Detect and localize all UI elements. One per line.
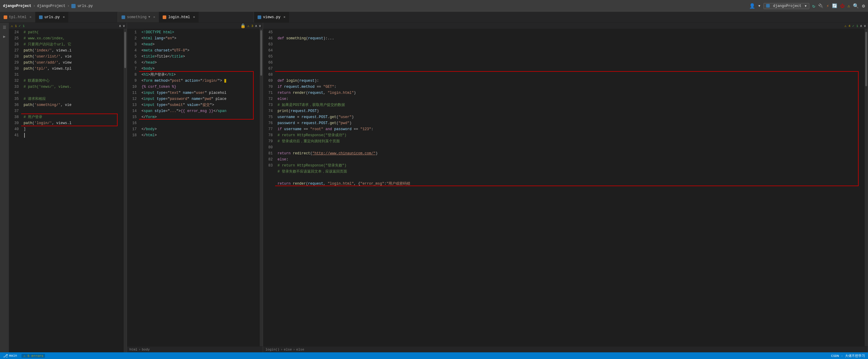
plugin-green-icon[interactable]: 🔌 bbox=[818, 3, 823, 8]
code-line: def login(request): bbox=[278, 78, 865, 84]
code-line: <input type="submit" value="提交"> bbox=[142, 102, 260, 108]
code-line bbox=[278, 29, 865, 35]
nav-down-left[interactable]: ∨ bbox=[123, 24, 125, 28]
status-attribution: CSDN · 大佬不想学习 bbox=[831, 354, 865, 358]
views-scrollbar[interactable] bbox=[865, 29, 868, 346]
breadcrumb-file[interactable]: urls.py bbox=[78, 4, 93, 8]
views-footer: login() › else › else bbox=[263, 346, 868, 352]
views-scrollbar-thumb[interactable] bbox=[865, 32, 867, 86]
person-icon[interactable]: 👤 bbox=[749, 3, 755, 9]
code-line: <body> bbox=[142, 66, 260, 72]
settings-icon[interactable]: ⚙ bbox=[862, 3, 865, 9]
close-views-py[interactable]: × bbox=[284, 16, 286, 19]
code-line: def something(request):... bbox=[278, 35, 865, 42]
panel-views: ⚠ 4 ✓ 1 ∧ ∨ 4546 6364656667 6869707172 7… bbox=[263, 23, 868, 352]
urls-line-numbers: 2425262728 2930313233 3435363738 394041 bbox=[9, 29, 21, 352]
urls-code-area[interactable]: 2425262728 2930313233 3435363738 394041 … bbox=[9, 29, 127, 352]
project-selector[interactable]: djangoProject ▼ bbox=[764, 3, 809, 9]
tab-urls-py[interactable]: urls.py × bbox=[35, 12, 69, 22]
code-line bbox=[24, 90, 124, 96]
close-tpl-html[interactable]: × bbox=[30, 16, 32, 19]
code-line: print(request.POST) bbox=[278, 108, 865, 114]
plugin-orange-icon[interactable]: ⚡ bbox=[826, 3, 829, 8]
code-line bbox=[278, 54, 865, 60]
code-line: </head> bbox=[142, 60, 260, 66]
status-bar: ⎇ main ⚠ 5 errors CSDN · 大佬不想学习 bbox=[0, 352, 868, 359]
urls-scrollbar-thumb[interactable] bbox=[124, 32, 126, 68]
panel-urls: ⚠ 1 ✓ 1 ∧ ∨ 2425262728 2930313233 343536… bbox=[9, 23, 127, 352]
status-branch[interactable]: ⎇ main bbox=[3, 353, 17, 358]
code-line bbox=[278, 42, 865, 48]
nav-up-left[interactable]: ∧ bbox=[119, 24, 121, 28]
close-something[interactable]: × bbox=[153, 16, 155, 19]
views-code[interactable]: 🔖 🔖 def something(request):... def login… bbox=[275, 29, 865, 346]
warning-icon[interactable]: ⚠ bbox=[847, 3, 850, 8]
code-line bbox=[278, 72, 865, 78]
tab-views-py[interactable]: views.py × bbox=[254, 12, 289, 22]
close-login-html[interactable]: × bbox=[193, 16, 195, 19]
code-line bbox=[24, 132, 124, 138]
code-line: # path('news/', views. bbox=[24, 84, 124, 90]
code-line: path('login/', views.l bbox=[24, 120, 124, 126]
sidebar-arrow-icon[interactable]: ▶ bbox=[1, 33, 8, 40]
code-line bbox=[278, 48, 865, 54]
nav-down-mid[interactable]: ∨ bbox=[259, 24, 261, 28]
breadcrumb-folder[interactable]: djangoProject bbox=[37, 4, 66, 8]
dropdown-icon[interactable]: ▼ bbox=[758, 4, 761, 8]
login-code[interactable]: <!DOCTYPE html> <html lang="en"> <head> … bbox=[139, 29, 260, 346]
nav-up-mid[interactable]: ∧ bbox=[255, 24, 257, 28]
nav-down-right[interactable]: ∨ bbox=[864, 24, 866, 28]
sidebar-menu-icon[interactable]: ☰ bbox=[1, 24, 8, 31]
login-line-numbers: 12345 678910 1112131415 161718 bbox=[127, 29, 139, 346]
warn-icon-mid: ⚠ 3 bbox=[247, 24, 253, 28]
editor-area: ☰ ▶ ⚠ 1 ✓ 1 ∧ ∨ 2425262728 2930313233 34… bbox=[0, 23, 868, 352]
code-line: # return HttpResponse("登录成功") bbox=[278, 132, 865, 138]
breadcrumb-project[interactable]: djangoProject bbox=[3, 4, 31, 8]
power-icon[interactable]: ⏻ bbox=[840, 4, 844, 8]
login-indicator: 🔒 ⚠ 3 ∧ ∨ bbox=[127, 23, 263, 29]
breadcrumb-icon bbox=[71, 4, 75, 8]
login-code-area[interactable]: 12345 678910 1112131415 161718 <!DOCTYPE… bbox=[127, 29, 263, 346]
urls-code[interactable]: # path( # www.xx.com/index, # 只要用户访问这个ur… bbox=[21, 29, 124, 352]
code-line: # return HttpResponse("登录失败") bbox=[278, 163, 865, 169]
tab-tpl-html[interactable]: tpl.html × bbox=[0, 12, 35, 22]
urls-scrollbar[interactable] bbox=[124, 29, 127, 352]
code-line bbox=[278, 144, 865, 150]
warn-icon-right: ⚠ 4 bbox=[844, 24, 850, 28]
refresh-icon[interactable]: 🔄 bbox=[832, 3, 837, 8]
breadcrumb: djangoProject › djangoProject › urls.py bbox=[3, 4, 93, 8]
tab-something[interactable]: something ▼ × bbox=[118, 12, 159, 22]
code-line: <input type="password" name="pwd" place bbox=[142, 96, 260, 102]
code-line: else: bbox=[278, 96, 865, 102]
panel-login: 🔒 ⚠ 3 ∧ ∨ 12345 678910 1112131415 161718… bbox=[127, 23, 263, 352]
code-line bbox=[24, 108, 124, 114]
nav-up-right[interactable]: ∧ bbox=[860, 24, 862, 28]
code-line: <html lang="en"> bbox=[142, 35, 260, 42]
editor-panels: ⚠ 1 ✓ 1 ∧ ∨ 2425262728 2930313233 343536… bbox=[9, 23, 868, 352]
code-line bbox=[142, 120, 260, 126]
project-dropdown[interactable]: ▼ bbox=[805, 4, 807, 8]
code-line: </body> bbox=[142, 126, 260, 132]
code-line: password = request.POST.get("pwd") bbox=[278, 120, 865, 126]
code-line: return render(request, "login.html") bbox=[278, 90, 865, 96]
code-line: # www.xx.com/index, bbox=[24, 35, 124, 42]
code-line: <input type="text" name="user" placehol bbox=[142, 90, 260, 96]
top-bar: djangoProject › djangoProject › urls.py … bbox=[0, 0, 868, 12]
code-line: <h1>用户登录</h1> bbox=[142, 72, 260, 78]
search-icon[interactable]: 🔍 bbox=[853, 3, 859, 9]
code-line: <meta charset="UTF-8"> bbox=[142, 48, 260, 54]
code-line: path('index/', views.i bbox=[24, 48, 124, 54]
login-icon: 🔒 bbox=[240, 23, 246, 28]
close-urls-py[interactable]: × bbox=[63, 16, 65, 19]
code-line: # 用户登录 bbox=[24, 114, 124, 120]
tab-dropdown[interactable]: ▼ bbox=[149, 16, 150, 19]
login-scrollbar-thumb[interactable] bbox=[260, 30, 262, 76]
status-warnings[interactable]: ⚠ 5 errors bbox=[22, 354, 45, 358]
sidebar: ☰ ▶ bbox=[0, 23, 9, 352]
login-scrollbar[interactable] bbox=[260, 29, 263, 346]
tab-login-html[interactable]: login.html × bbox=[159, 12, 199, 22]
sync-icon[interactable]: ↻ bbox=[812, 3, 815, 9]
views-code-area[interactable]: 4546 6364656667 6869707172 7374757677 78… bbox=[263, 29, 868, 346]
code-line: # path( bbox=[24, 29, 124, 35]
code-line: username = request.POST.get("user") bbox=[278, 114, 865, 120]
